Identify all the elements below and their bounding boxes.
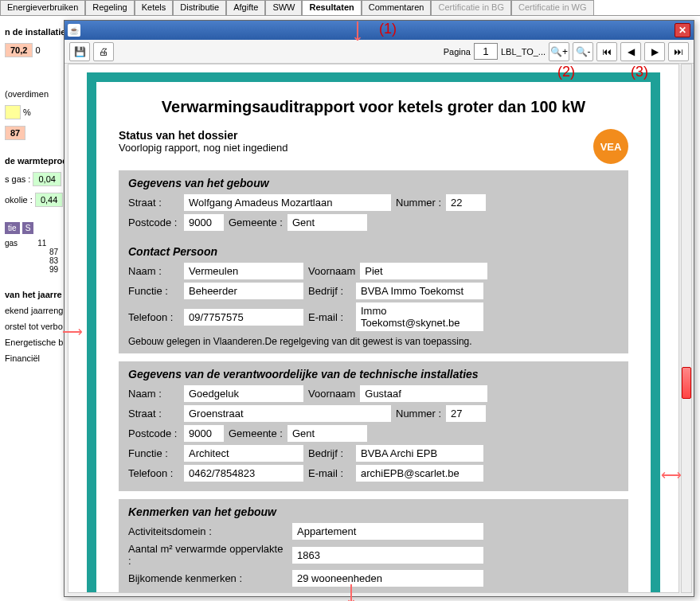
status-sub: Voorlopig rapport, nog niet ingediend (119, 142, 288, 154)
print-icon[interactable]: 🖨 (93, 42, 114, 61)
r-nummer-lbl: Nummer : (396, 408, 441, 420)
report-dialog: ☕ ✕ 💾 🖨 Pagina LBL_TO_... 🔍+ 🔍- ⏮ ◀ ▶ ⏭ … (64, 20, 694, 597)
r-gemeente-val: Gent (287, 425, 367, 442)
last-page-icon[interactable]: ⏭ (668, 42, 689, 61)
r-tel-val: 0462/7854823 (184, 465, 303, 482)
tab-bar: Energieverbruiken Regeling Ketels Distri… (0, 0, 700, 16)
s2-title: Contact Persoon (128, 245, 619, 258)
bg-warmte: de warmteprod (5, 156, 68, 166)
bg-orstel: orstel tot verbo (5, 322, 63, 331)
tab-sww[interactable]: SWW (265, 0, 302, 15)
r-voornaam-lbl: Voornaam (308, 388, 355, 400)
r-postcode-lbl: Postcode : (128, 427, 179, 439)
voornaam-lbl: Voornaam (308, 265, 355, 277)
bg-pct: % (23, 107, 31, 117)
naam-lbl: Naam : (128, 265, 179, 277)
straat-lbl: Straat : (128, 197, 179, 209)
java-icon: ☕ (68, 24, 80, 37)
viewer-toolbar: 💾 🖨 Pagina LBL_TO_... 🔍+ 🔍- ⏮ ◀ ▶ ⏭ (65, 40, 694, 64)
bg-financ: Financiël (5, 353, 40, 363)
bg-r1: 11 (37, 239, 46, 248)
close-button[interactable]: ✕ (675, 23, 690, 37)
tab-regeling[interactable]: Regeling (85, 0, 134, 15)
r-gemeente-lbl: Gemeente : (229, 427, 283, 439)
bedrijf-val: BVBA Immo Toekomst (356, 283, 483, 299)
gemeente-lbl: Gemeente : (229, 217, 283, 228)
section-verantwoordelijke: Gegevens van de verantwoordelijke van de… (119, 361, 628, 491)
first-page-icon[interactable]: ⏮ (596, 42, 617, 61)
nummer-val: 22 (446, 194, 486, 211)
straat-val: Wolfgang Amadeus Mozartlaan (184, 194, 391, 211)
tab-distributie[interactable]: Distributie (173, 0, 226, 15)
bg-jaar: van het jaarre (5, 290, 62, 299)
gemeente-val: Gent (287, 214, 367, 231)
tel-val: 09/7757575 (184, 309, 303, 326)
r-naam-val: Goedgeluk (184, 385, 303, 402)
functie-val: Beheerder (184, 283, 303, 299)
r-email-val: archiEPB@scarlet.be (356, 465, 483, 482)
act-val: Appartement (292, 523, 483, 540)
voornaam-val: Piet (360, 263, 487, 279)
bg-row-gas: gas (5, 239, 18, 248)
postcode-val: 9000 (184, 214, 224, 231)
r-bedrijf-lbl: Bedrijf : (308, 447, 351, 459)
prev-page-icon[interactable]: ◀ (620, 42, 641, 61)
s3-title: Gegevens van de verantwoordelijke van de… (128, 368, 619, 381)
next-page-icon[interactable]: ▶ (644, 42, 665, 61)
opp-lbl: Aantal m² verwarmde oppervlakte : (128, 543, 287, 567)
bg-v87: 87 (5, 126, 25, 140)
s1-title: Gegevens van het gebouw (128, 177, 619, 189)
postcode-lbl: Postcode : (128, 217, 179, 228)
zoom-out-icon[interactable]: 🔍- (573, 42, 593, 61)
r-email-lbl: E-mail : (308, 467, 351, 479)
tab-cert-bg[interactable]: Certificatie in BG (431, 0, 511, 15)
tab-commentaren[interactable]: Commentaren (362, 0, 432, 15)
r-voornaam-val: Gustaaf (360, 385, 487, 402)
save-icon[interactable]: 💾 (69, 42, 90, 61)
r-tel-lbl: Telefoon : (128, 467, 179, 479)
nummer-lbl: Nummer : (396, 197, 441, 209)
zoom-in-icon[interactable]: 🔍+ (549, 42, 569, 61)
bg-olie-val: 0,44 (35, 193, 63, 207)
bg-val1: 70,2 (5, 43, 33, 57)
r-functie-val: Architect (184, 445, 303, 462)
bg-unit1: 0 (35, 45, 40, 55)
r-naam-lbl: Naam : (128, 388, 179, 400)
vertical-scrollbar[interactable] (681, 64, 692, 593)
region-note: Gebouw gelegen in Vlaanderen.De regelgev… (128, 336, 619, 347)
section-gebouw: Gegevens van het gebouw Straat : Wolfgan… (119, 170, 628, 353)
bij-lbl: Bijkomende kenmerken : (128, 572, 287, 584)
tab-resultaten[interactable]: Resultaten (302, 0, 361, 15)
act-lbl: Activiteitsdomein : (128, 525, 287, 537)
status-header: Status van het dossier (119, 129, 288, 142)
section-kenmerken: Kenmerken van het gebouw Activiteitsdome… (119, 499, 628, 593)
r-straat-val: Groenstraat (184, 405, 391, 422)
bg-r4: 99 (49, 265, 58, 274)
r-postcode-val: 9000 (184, 425, 224, 442)
report-page: Verwarmingsauditrapport voor ketels grot… (87, 72, 660, 593)
scroll-thumb[interactable] (682, 367, 691, 399)
bij-val: 29 wooneenheden (292, 570, 483, 587)
titlebar: ☕ ✕ (65, 21, 694, 40)
pagina-label: Pagina (444, 47, 471, 57)
tab-energie[interactable]: Energieverbruiken (0, 0, 85, 15)
page-number-input[interactable] (474, 43, 498, 60)
naam-val: Vermeulen (184, 263, 303, 279)
bg-gas-lbl: s gas : (5, 174, 30, 184)
functie-lbl: Functie : (128, 285, 179, 297)
tab-cert-wg[interactable]: Certificatie in WG (511, 0, 594, 15)
bg-yellow1 (5, 105, 21, 119)
email-lbl: E-mail : (308, 311, 351, 323)
report-viewer[interactable]: Verwarmingsauditrapport voor ketels grot… (68, 64, 679, 593)
bedrijf-lbl: Bedrijf : (308, 285, 351, 297)
tab-ketels[interactable]: Ketels (135, 0, 174, 15)
report-title: Verwarmingsauditrapport voor ketels grot… (119, 98, 628, 116)
bg-r3: 83 (49, 256, 58, 265)
r-bedrijf-val: BVBA Archi EPB (356, 445, 483, 462)
lbl-to: LBL_TO_... (501, 47, 546, 57)
r-functie-lbl: Functie : (128, 447, 179, 459)
email-val: Immo Toekomst@skynet.be (356, 302, 483, 331)
bg-overdim: (overdimen (5, 89, 49, 99)
tab-afgifte[interactable]: Afgifte (226, 0, 265, 15)
bg-title: n de installatie (5, 27, 65, 37)
